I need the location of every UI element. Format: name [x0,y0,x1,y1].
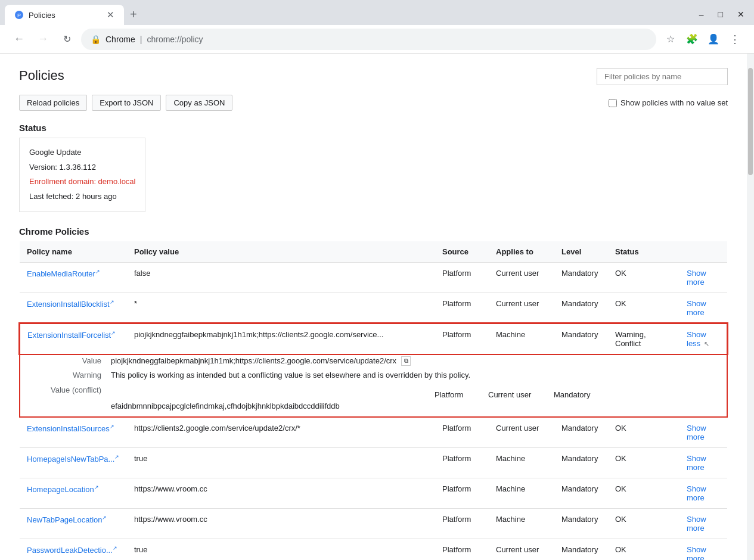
policy-source-cell: Platform [435,447,489,478]
tab-close-icon[interactable]: ✕ [107,10,114,20]
copy-icon[interactable]: ⧉ [401,356,411,366]
conflict-action-empty [672,390,719,399]
extensions-button[interactable]: 🧩 [682,30,702,49]
policy-status-cell: OK [608,262,679,293]
policy-value-cell: false [127,262,435,293]
show-more-link[interactable]: Show more [687,545,706,560]
col-applies: Applies to [489,241,554,263]
menu-button[interactable]: ⋮ [725,30,744,49]
no-value-label[interactable]: Show policies with no value set [620,98,728,107]
show-more-link[interactable]: Show more [687,269,706,287]
policy-value-cell: true [127,447,435,478]
table-row: EnableMediaRouter↗ false Platform Curren… [20,262,727,293]
browser-frame: P Policies ✕ + – □ ✕ ← → ↻ 🔒 Chrome | ch… [0,0,754,560]
policy-applies-cell: Machine [489,508,554,539]
policy-name-cell: HomepageLocation↗ [20,478,127,508]
address-bar[interactable]: 🔒 Chrome | chrome://policy [81,29,656,50]
policy-name-link[interactable]: PasswordLeakDetectio...↗ [27,546,117,555]
cursor-icon: ↖ [704,340,709,348]
policy-level-cell: Mandatory [554,539,608,560]
forward-button[interactable]: → [33,30,52,49]
reload-button[interactable]: ↻ [57,30,76,49]
policy-status-cell: OK [608,293,679,323]
policy-source-cell: Platform [435,539,489,560]
policy-name-link[interactable]: HomepageLocation↗ [27,485,99,494]
col-name: Policy name [20,241,127,263]
conflict-value-empty [111,390,427,399]
show-more-link[interactable]: Show more [687,424,706,441]
table-row-expanded: ExtensionInstallForcelist↗ piojkjkndnegg… [20,323,727,354]
no-value-checkbox[interactable] [609,99,617,107]
col-action [679,241,727,263]
svg-text:P: P [17,13,21,18]
policy-status-cell: OK [608,539,679,560]
policy-name-link[interactable]: EnableMediaRouter↗ [27,269,100,278]
show-more-link[interactable]: Show more [687,484,706,502]
policy-value-cell: true [127,539,435,560]
policy-status-cell: Warning, Conflict [608,323,679,354]
show-more-link[interactable]: Show more [687,454,706,472]
address-url: chrome://policy [147,35,647,44]
export-json-button[interactable]: Export to JSON [92,95,161,111]
scrollbar-thumb[interactable] [748,68,753,175]
policy-source-cell: Platform [435,417,489,448]
table-row: ExtensionInstallBlocklist↗ * Platform Cu… [20,293,727,323]
show-more-link[interactable]: Show more [687,299,706,317]
policy-status-cell: OK [608,417,679,448]
policy-name-cell: PasswordLeakDetectio...↗ [20,539,127,560]
table-row: PasswordLeakDetectio...↗ true Platform C… [20,539,727,560]
policy-name-cell: HomepageIsNewTabPa...↗ [20,447,127,478]
tab-title: Policies [29,11,55,20]
page-content: Policies Reload policies Export to JSON … [0,54,747,560]
policy-name-link[interactable]: HomepageIsNewTabPa...↗ [27,455,119,463]
active-tab[interactable]: P Policies ✕ [5,5,124,25]
policy-source-cell: Platform [435,262,489,293]
policy-name-link[interactable]: NewTabPageLocation↗ [27,515,107,524]
col-level: Level [554,241,608,263]
status-fetched: Last fetched: 2 hours ago [29,189,135,204]
table-row: NewTabPageLocation↗ https://www.vroom.cc… [20,508,727,539]
policy-source-cell: Platform [435,323,489,354]
conflict-value-text: efaidnbmnnibpcajpcglclefindmkaj,cfhdojbk… [111,402,340,410]
profile-button[interactable]: 👤 [704,30,723,49]
policy-action-cell: Show more [679,539,727,560]
policy-action-cell: Show more [679,447,727,478]
copy-json-button[interactable]: Copy as JSON [166,95,232,111]
policy-status-cell: OK [608,447,679,478]
detail-warning-label: Warning [27,371,111,379]
bookmark-button[interactable]: ☆ [661,30,680,49]
scrollbar[interactable] [747,54,754,560]
policy-status-cell: OK [608,508,679,539]
policy-action-cell: Show more [679,478,727,508]
new-tab-button[interactable]: + [124,5,143,24]
status-section: Status Google Update Version: 1.3.36.112… [19,123,728,212]
conflict-label: Value (conflict) [27,385,111,394]
reload-policies-button[interactable]: Reload policies [19,95,87,111]
col-source: Source [435,241,489,263]
policy-value-cell: * [127,293,435,323]
policy-source-cell: Platform [435,478,489,508]
back-button[interactable]: ← [10,30,29,49]
minimize-button[interactable]: – [692,7,711,21]
policy-name-link[interactable]: ExtensionInstallSources↗ [27,424,114,433]
detail-value-label: Value [27,356,111,365]
address-separator: | [140,35,142,44]
close-button[interactable]: ✕ [730,7,752,21]
policy-applies-cell: Current user [489,417,554,448]
policy-value-cell: piojkjkndneggfaibepkmabjnkj1h1mk;https:/… [127,323,435,354]
show-more-link[interactable]: Show more [687,515,706,533]
policy-name-cell: NewTabPageLocation↗ [20,508,127,539]
col-status: Status [608,241,679,263]
chrome-policies-section: Chrome Policies Policy name Policy value… [19,226,728,560]
chrome-policies-title: Chrome Policies [19,226,728,237]
conflict-level: Mandatory [547,390,600,399]
filter-input[interactable] [597,68,728,85]
policies-table: Policy name Policy value Source Applies … [19,241,728,560]
show-less-link[interactable]: Show less [687,330,706,348]
conflict-source: Platform [427,390,481,399]
conflict-applies: Current user [481,390,547,399]
policy-name-link[interactable]: ExtensionInstallForcelist↗ [27,331,116,340]
maximize-button[interactable]: □ [711,7,730,21]
policy-name-cell: ExtensionInstallBlocklist↗ [20,293,127,323]
policy-name-link[interactable]: ExtensionInstallBlocklist↗ [27,300,114,309]
